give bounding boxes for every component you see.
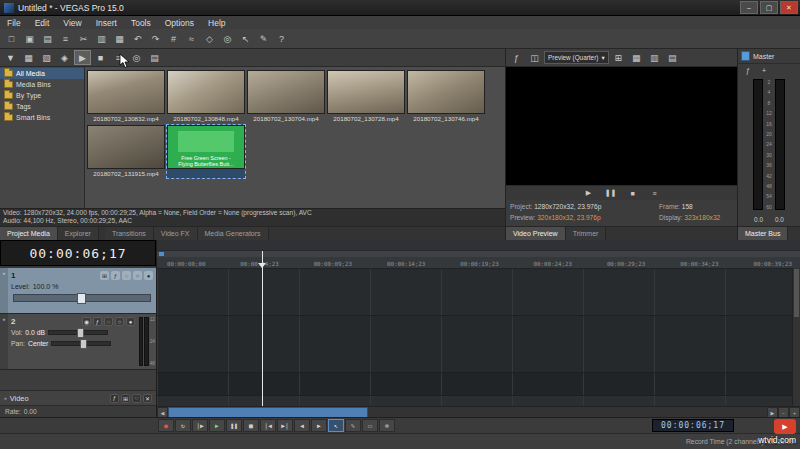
- maximize-button[interactable]: ▢: [760, 1, 778, 14]
- arm-record-icon[interactable]: ◉: [82, 317, 91, 326]
- mute-icon[interactable]: ◌: [122, 271, 131, 280]
- record-button[interactable]: ●: [158, 419, 174, 432]
- media-clip[interactable]: 20180702_130848.mp4: [167, 70, 245, 123]
- preview-quality-dropdown[interactable]: Preview (Quarter) ▾: [544, 51, 609, 64]
- tree-item[interactable]: Tags: [0, 101, 84, 112]
- tab-fx-group[interactable]: Transitions: [105, 227, 154, 240]
- timeline-area[interactable]: 00:00:00;0000:00:04;2300:00:09;2300:00:1…: [157, 240, 800, 406]
- grid-icon[interactable]: ▦: [628, 50, 645, 65]
- envelope-edit-tool-icon[interactable]: ✎: [255, 31, 272, 46]
- solo-icon[interactable]: ○: [133, 271, 142, 280]
- envelope-edit-tool-button[interactable]: ✎: [345, 419, 361, 432]
- project-properties-icon[interactable]: ≡: [57, 31, 74, 46]
- media-clip[interactable]: 20180702_130728.mp4: [327, 70, 405, 123]
- new-project-icon[interactable]: □: [3, 31, 20, 46]
- media-clip[interactable]: 20180702_130704.mp4: [247, 70, 325, 123]
- media-clip[interactable]: 20180702_130746.mp4: [407, 70, 485, 123]
- collapse-handle-icon[interactable]: «: [0, 268, 8, 313]
- timeline-ruler[interactable]: 00:00:00;0000:00:04;2300:00:09;2300:00:1…: [157, 257, 800, 269]
- bus-bypass-icon[interactable]: ✕: [143, 394, 152, 403]
- copy-snapshot-icon[interactable]: ▥: [646, 50, 663, 65]
- tab-project-media-group[interactable]: Project Media: [0, 227, 58, 240]
- composite-level-slider[interactable]: [13, 294, 151, 302]
- split-screen-view-icon[interactable]: ◫: [526, 50, 543, 65]
- menu-item[interactable]: Help: [201, 18, 232, 28]
- extract-audio-icon[interactable]: ◈: [56, 50, 73, 65]
- save-project-icon[interactable]: ▤: [39, 31, 56, 46]
- undo-icon[interactable]: ↶: [129, 31, 146, 46]
- views-icon[interactable]: ▤: [146, 50, 163, 65]
- next-frame-button[interactable]: ▶: [311, 419, 327, 432]
- selection-edit-tool-button[interactable]: ▭: [362, 419, 378, 432]
- bus-fx-icon[interactable]: ƒ: [110, 394, 119, 403]
- track-fx-icon[interactable]: ƒ: [93, 317, 102, 326]
- video-bus-lane[interactable]: [157, 396, 800, 406]
- tree-item[interactable]: Media Bins: [0, 79, 84, 90]
- minimize-button[interactable]: –: [740, 1, 758, 14]
- preview-play-button[interactable]: ▶: [582, 187, 596, 199]
- tree-item[interactable]: Smart Bins: [0, 112, 84, 123]
- empty-lane[interactable]: [157, 373, 800, 396]
- vertical-scrollbar[interactable]: [792, 268, 800, 406]
- open-project-icon[interactable]: ▣: [21, 31, 38, 46]
- menu-item[interactable]: Options: [158, 18, 201, 28]
- menu-item[interactable]: Insert: [89, 18, 124, 28]
- preview-stop-button[interactable]: ■: [626, 187, 640, 199]
- video-bus-track-header[interactable]: « Video ƒ⊞◌✕: [0, 390, 156, 405]
- tab-fx-group[interactable]: Video FX: [154, 227, 198, 240]
- preview-loop-button[interactable]: ≡: [648, 187, 662, 199]
- preview-pause-button[interactable]: ❚❚: [604, 187, 618, 199]
- go-to-end-button[interactable]: ▶|: [277, 419, 293, 432]
- go-to-start-button[interactable]: |◀: [260, 419, 276, 432]
- bus-motion-icon[interactable]: ⊞: [121, 394, 130, 403]
- loop-playback-button[interactable]: ↻: [175, 419, 191, 432]
- preview-stop-icon[interactable]: ■: [92, 50, 109, 65]
- volume-fader[interactable]: [48, 330, 108, 335]
- bus-mute-icon[interactable]: ◌: [132, 394, 141, 403]
- automation-icon[interactable]: ●: [126, 317, 135, 326]
- automation-icon[interactable]: ●: [144, 271, 153, 280]
- collapse-handle-icon[interactable]: «: [0, 314, 8, 369]
- tree-item[interactable]: By Type: [0, 90, 84, 101]
- tree-item[interactable]: All Media: [0, 68, 84, 79]
- tab-master-bus[interactable]: Master Bus: [738, 227, 788, 240]
- playhead-cursor[interactable]: [262, 251, 263, 406]
- lock-envelopes-icon[interactable]: ◇: [201, 31, 218, 46]
- get-photo-icon[interactable]: ▧: [38, 50, 55, 65]
- solo-icon[interactable]: ○: [115, 317, 124, 326]
- track-1-lane[interactable]: [157, 269, 800, 316]
- marker-icon[interactable]: [159, 252, 164, 256]
- copy-icon[interactable]: ▥: [93, 31, 110, 46]
- normal-edit-tool-icon[interactable]: ↖: [237, 31, 254, 46]
- paste-icon[interactable]: ▦: [111, 31, 128, 46]
- track-1-header[interactable]: « 1 ⊞ƒ◌○● Level: 100.0 %: [0, 268, 156, 314]
- mute-icon[interactable]: ◌: [104, 317, 113, 326]
- tab-preview-group[interactable]: Video Preview: [506, 227, 566, 240]
- insert-fx-icon[interactable]: +: [758, 65, 770, 75]
- pause-button[interactable]: ❚❚: [226, 419, 242, 432]
- ignore-event-grouping-icon[interactable]: ◎: [219, 31, 236, 46]
- media-clip[interactable]: 20180702_131915.mp4: [87, 125, 165, 178]
- cut-icon[interactable]: ✂: [75, 31, 92, 46]
- marker-bar[interactable]: [157, 250, 800, 257]
- tab-fx-group[interactable]: Media Generators: [198, 227, 269, 240]
- redo-icon[interactable]: ↷: [147, 31, 164, 46]
- enable-snapping-icon[interactable]: #: [165, 31, 182, 46]
- tab-preview-group[interactable]: Trimmer: [566, 227, 607, 240]
- track-2-header[interactable]: « 2 ◉ƒ◌○● Vol: 0.0 dB Pan: Center: [0, 314, 156, 370]
- pan-fader[interactable]: [51, 341, 111, 346]
- overlays-icon[interactable]: ⊞: [610, 50, 627, 65]
- transport-timecode[interactable]: 00:00:06;17: [652, 419, 734, 432]
- menu-item[interactable]: File: [0, 18, 28, 28]
- normal-edit-tool-button[interactable]: ↖: [328, 419, 344, 432]
- track-motion-icon[interactable]: ⊞: [100, 271, 109, 280]
- capture-video-icon[interactable]: ▦: [20, 50, 37, 65]
- media-search-icon[interactable]: ◎: [128, 50, 145, 65]
- preview-start-icon[interactable]: ▶: [74, 50, 91, 65]
- track-2-lane[interactable]: [157, 316, 800, 373]
- menu-item[interactable]: View: [56, 18, 88, 28]
- menu-item[interactable]: Tools: [124, 18, 158, 28]
- play-button[interactable]: ▶: [209, 419, 225, 432]
- zoom-edit-tool-button[interactable]: ⊕: [379, 419, 395, 432]
- timeline-time-display[interactable]: 00:00:06;17: [0, 240, 156, 266]
